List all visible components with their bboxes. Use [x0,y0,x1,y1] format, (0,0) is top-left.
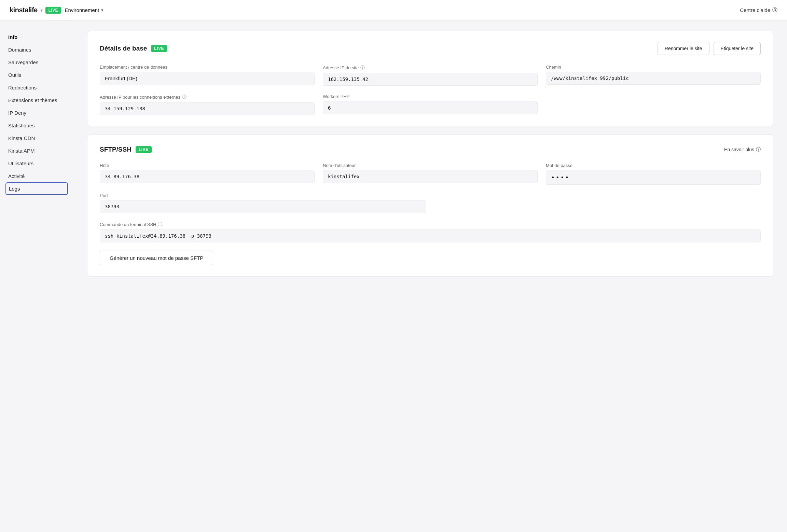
help-label: Centre d'aide [740,7,770,13]
header-left: kinstalife ▾ LIVE Environnement ▾ [10,6,103,14]
sftp-more-link[interactable]: En savoir plus ⓘ [724,146,761,153]
field-hote-label: Hôte [100,163,315,168]
field-username-value: kinstalifex [323,170,538,183]
field-password: Mot de passe •••• [546,163,761,185]
help-link[interactable]: Centre d'aide ⓪ [740,7,777,13]
details-fields-grid: Emplacement / centre de données Frankfur… [100,65,761,115]
field-emplacement-value: Frankfurt (DE) [100,72,315,85]
env-badge: LIVE Environnement ▾ [45,7,104,14]
field-username: Nom d'utilisateur kinstalifex [323,163,538,185]
details-card: Détails de base LIVE Renommer le site Ét… [87,31,773,126]
sftp-more-icon: ⓘ [756,146,761,153]
details-card-header: Détails de base LIVE Renommer le site Ét… [100,42,761,55]
sidebar-item-logs[interactable]: Logs [5,182,68,195]
field-password-value: •••• [546,170,761,185]
sidebar-item-info[interactable]: Info [0,31,73,43]
sidebar-item-extensions[interactable]: Extensions et thèmes [0,94,73,107]
sidebar-item-outils[interactable]: Outils [0,69,73,81]
layout: Info Domaines Sauvegardes Outils Redirec… [0,20,787,532]
header: kinstalife ▾ LIVE Environnement ▾ Centre… [0,0,787,20]
field-port: Port 38793 [100,193,426,213]
logo-chevron-icon[interactable]: ▾ [40,8,43,13]
sftp-fields-row2: Port 38793 [100,193,761,213]
env-chevron-icon: ▾ [101,8,103,13]
help-icon: ⓪ [772,7,777,13]
env-label: Environnement [65,7,99,13]
sftp-card: SFTP/SSH LIVE En savoir plus ⓘ Hôte 34.8… [87,135,773,277]
field-emplacement-label: Emplacement / centre de données [100,65,315,70]
sidebar-item-redirections[interactable]: Redirections [0,81,73,94]
field-chemin-label: Chemin [546,65,761,70]
field-username-label: Nom d'utilisateur [323,163,538,168]
ip-site-help-icon[interactable]: ⓘ [360,65,365,71]
field-password-label: Mot de passe [546,163,761,168]
ip-ext-help-icon[interactable]: ⓘ [182,94,187,100]
tag-site-button[interactable]: Étiqueter le site [714,42,761,55]
field-chemin-value: /www/kinstalifex_992/public [546,72,761,85]
sidebar-item-activite[interactable]: Activité [0,170,73,182]
sidebar-item-domaines[interactable]: Domaines [0,43,73,56]
field-ip-ext-label: Adresse IP pour les connexions externes … [100,94,315,100]
sidebar-item-utilisateurs[interactable]: Utilisateurs [0,157,73,170]
sftp-fields-row1: Hôte 34.89.176.38 Nom d'utilisateur kins… [100,163,761,185]
sftp-more-label: En savoir plus [724,147,754,152]
field-ssh-label: Commande du terminal SSH ⓘ [100,221,761,227]
sftp-card-header: SFTP/SSH LIVE En savoir plus ⓘ [100,146,761,153]
field-hote-value: 34.89.176.38 [100,170,315,183]
field-port-value: 38793 [100,200,426,213]
env-dropdown[interactable]: Environnement ▾ [65,7,103,13]
sftp-title-row: SFTP/SSH LIVE [100,146,152,153]
details-title-row: Détails de base LIVE [100,45,167,52]
live-badge: LIVE [45,7,61,14]
field-ip-site-label: Adresse IP du site ⓘ [323,65,538,71]
field-ssh-value: ssh kinstalifex@34.89.176.38 -p 38793 [100,229,761,242]
field-hote: Hôte 34.89.176.38 [100,163,315,185]
field-ip-ext: Adresse IP pour les connexions externes … [100,94,315,115]
field-port-label: Port [100,193,426,198]
ssh-help-icon[interactable]: ⓘ [158,221,162,227]
field-workers-php-label: Workers PHP [323,94,538,99]
field-chemin: Chemin /www/kinstalifex_992/public [546,65,761,86]
rename-site-button[interactable]: Renommer le site [658,42,709,55]
sidebar-item-sauvegardes[interactable]: Sauvegardes [0,56,73,69]
generate-sftp-password-button[interactable]: Générer un nouveau mot de passe SFTP [100,251,213,265]
field-emplacement: Emplacement / centre de données Frankfur… [100,65,315,86]
sftp-card-title: SFTP/SSH [100,146,132,153]
field-workers-php-value: 6 [323,101,538,114]
sftp-live-badge: LIVE [136,146,152,153]
details-card-title: Détails de base [100,45,147,52]
sidebar-item-statistiques[interactable]: Statistiques [0,119,73,132]
sidebar-item-kinsta-cdn[interactable]: Kinsta CDN [0,132,73,144]
field-ip-ext-value: 34.159.129.138 [100,102,315,115]
field-ssh-command: Commande du terminal SSH ⓘ ssh kinstalif… [100,221,761,242]
sidebar-item-kinsta-apm[interactable]: Kinsta APM [0,144,73,157]
sidebar-item-ip-deny[interactable]: IP Deny [0,107,73,119]
logo[interactable]: kinstalife [10,6,38,14]
sidebar: Info Domaines Sauvegardes Outils Redirec… [0,20,73,532]
field-workers-php: Workers PHP 6 [323,94,538,115]
details-card-actions: Renommer le site Étiqueter le site [658,42,761,55]
field-ip-site: Adresse IP du site ⓘ 162.159.135.42 [323,65,538,86]
details-live-badge: LIVE [151,45,167,52]
field-ip-site-value: 162.159.135.42 [323,73,538,86]
main-content: Détails de base LIVE Renommer le site Ét… [73,20,787,532]
